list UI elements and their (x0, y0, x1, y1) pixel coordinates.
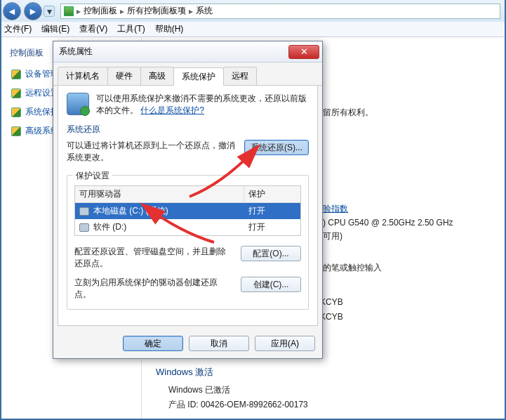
drive-name: 本地磁盘 (C:) (系统) (93, 205, 168, 217)
drives-header-protection: 保护 (244, 186, 300, 202)
ok-button[interactable]: 确定 (123, 336, 183, 351)
menu-help[interactable]: 帮助(H) (155, 23, 184, 35)
address-bar[interactable]: ▸ 控制面板 ▸ 所有控制面板项 ▸ 系统 (60, 4, 500, 19)
create-restore-point-button[interactable]: 创建(C)... (241, 277, 301, 292)
shield-icon (11, 107, 21, 117)
apply-button[interactable]: 应用(A) (255, 336, 315, 351)
activation-section-title: Windows 激活 (156, 366, 491, 379)
system-restore-desc: 可以通过将计算机还原到上一个还原点，撤消系统更改。 (67, 140, 236, 164)
tab-advanced[interactable]: 高级 (140, 67, 174, 85)
activation-status: Windows 已激活 (168, 384, 491, 396)
tab-remote[interactable]: 远程 (223, 67, 257, 85)
tab-system-protection[interactable]: 系统保护 (173, 67, 224, 86)
experience-index-link[interactable]: 验指数 (323, 204, 348, 214)
menu-view[interactable]: 查看(V) (79, 23, 107, 35)
pen-touch-text: 的笔或触控输入 (323, 262, 505, 274)
product-id: 产品 ID: 00426-OEM-8992662-00173 (168, 399, 491, 411)
system-restore-button[interactable]: 系统还原(S)... (244, 140, 309, 155)
drive-row-c[interactable]: 本地磁盘 (C:) (系统) 打开 (75, 203, 300, 219)
nav-history-dropdown[interactable]: ▾ (44, 6, 55, 17)
drive-status: 打开 (244, 219, 300, 235)
control-panel-icon (64, 6, 74, 16)
explorer-titlebar: ◄ ► ▾ ▸ 控制面板 ▸ 所有控制面板项 ▸ 系统 (1, 0, 505, 22)
breadcrumb-b[interactable]: 所有控制面板项 (127, 5, 186, 17)
drive-status: 打开 (244, 203, 300, 219)
nav-back-button[interactable]: ◄ (3, 2, 21, 20)
nav-forward-button[interactable]: ► (24, 2, 42, 20)
disk-icon (79, 223, 89, 232)
dialog-tabs: 计算机名 硬件 高级 系统保护 远程 (53, 63, 322, 86)
breadcrumb-a[interactable]: 控制面板 (84, 5, 117, 17)
configure-button[interactable]: 配置(O)... (241, 246, 301, 261)
system-properties-dialog: 系统属性 ✕ 计算机名 硬件 高级 系统保护 远程 可以使用系统保护来撤消不需要… (53, 41, 323, 359)
cancel-button[interactable]: 取消 (189, 336, 249, 351)
dialog-body: 可以使用系统保护来撤消不需要的系统更改，还原以前版本的文件。 什么是系统保护? … (58, 86, 318, 326)
shield-icon (11, 88, 21, 98)
dialog-footer: 确定 取消 应用(A) (53, 330, 322, 358)
ram-usable-text: 可用) (323, 230, 505, 242)
system-restore-group-label: 系统还原 (67, 124, 309, 136)
create-restore-point-desc: 立刻为启用系统保护的驱动器创建还原点。 (74, 277, 232, 301)
menu-file[interactable]: 文件(F) (4, 23, 32, 35)
rights-text: 留所有权利。 (323, 107, 505, 119)
drives-header-name: 可用驱动器 (75, 186, 244, 202)
system-info-peek: 留所有权利。 验指数 ) CPU G540 @ 2.50GHz 2.50 GHz… (323, 98, 505, 277)
shield-icon (11, 126, 21, 136)
drives-list[interactable]: 可用驱动器 保护 本地磁盘 (C:) (系统) 打开 软件 (D:) 打开 (74, 185, 301, 236)
disk-icon (79, 207, 89, 216)
tab-computer-name[interactable]: 计算机名 (58, 67, 108, 85)
close-icon: ✕ (300, 46, 308, 57)
configure-desc: 配置还原设置、管理磁盘空间，并且删除还原点。 (74, 246, 232, 270)
intro-row: 可以使用系统保护来撤消不需要的系统更改，还原以前版本的文件。 什么是系统保护? (67, 93, 309, 117)
what-is-system-protection-link[interactable]: 什么是系统保护? (140, 105, 204, 115)
system-protection-icon (67, 93, 89, 115)
close-button[interactable]: ✕ (288, 45, 319, 59)
drive-row-d[interactable]: 软件 (D:) 打开 (75, 219, 300, 235)
dialog-title-text: 系统属性 (59, 46, 93, 58)
drive-name: 软件 (D:) (93, 221, 126, 233)
menu-tools[interactable]: 工具(T) (117, 23, 145, 35)
dialog-titlebar[interactable]: 系统属性 ✕ (53, 41, 322, 63)
cpu-text: ) CPU G540 @ 2.50GHz 2.50 GHz (323, 218, 505, 228)
protection-settings-group-label: 保护设置 (73, 170, 112, 182)
menu-edit[interactable]: 编辑(E) (41, 23, 69, 35)
explorer-menubar: 文件(F) 编辑(E) 查看(V) 工具(T) 帮助(H) (1, 22, 505, 37)
tab-hardware[interactable]: 硬件 (107, 67, 141, 85)
breadcrumb-c[interactable]: 系统 (196, 5, 213, 17)
shield-icon (11, 70, 21, 79)
